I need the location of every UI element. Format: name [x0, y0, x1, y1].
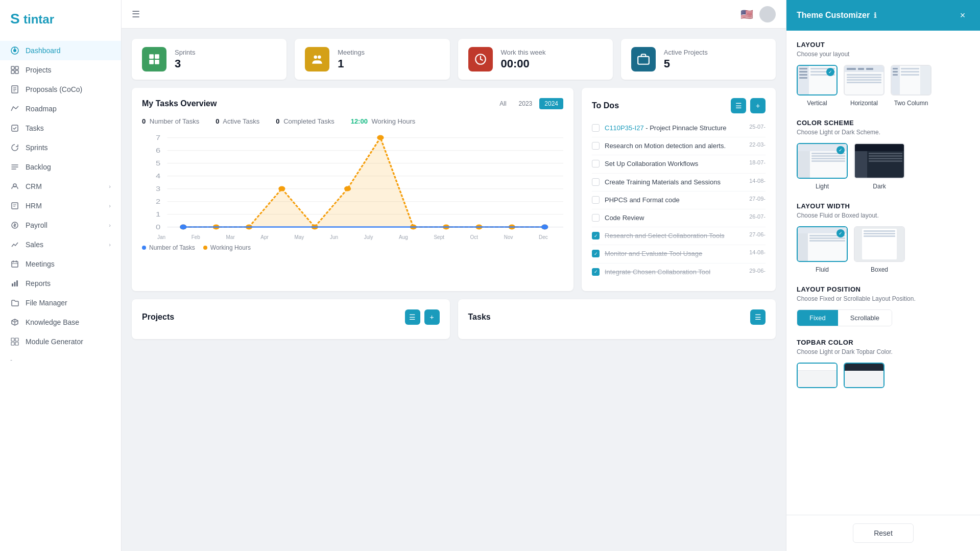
layout-section-title: LAYOUT: [797, 41, 970, 49]
svg-rect-26: [155, 54, 159, 59]
layout-vertical-option[interactable]: ✓ Vertical: [797, 65, 838, 107]
sidebar-item-label: Knowledge Base: [26, 318, 79, 326]
tasks-card-title: Tasks: [468, 313, 491, 322]
tasks-list-btn[interactable]: ☰: [750, 309, 766, 325]
projects-card-title: Projects: [142, 313, 174, 322]
svg-marker-49: [183, 138, 545, 227]
tasks-icon: [10, 124, 19, 133]
language-flag[interactable]: 🇺🇸: [740, 8, 753, 20]
todo-checkbox-5[interactable]: [592, 214, 600, 222]
theme-section-color-scheme: COLOR SCHEME Choose Light or Dark Scheme…: [797, 119, 970, 190]
todo-checkbox-7[interactable]: ✓: [592, 250, 600, 257]
legend-tasks: Number of Tasks: [142, 244, 195, 251]
todo-checkbox-1[interactable]: [592, 142, 600, 150]
todo-checkbox-2[interactable]: [592, 160, 600, 167]
svg-text:0: 0: [156, 224, 160, 231]
svg-text:S: S: [10, 11, 20, 27]
sidebar-item-sprints[interactable]: Sprints: [0, 138, 121, 157]
svg-rect-23: [11, 342, 14, 345]
sidebar-item-label: Reports: [26, 279, 51, 288]
topbar-color-dark-preview[interactable]: [844, 363, 885, 388]
tasks-overview-tabs: All 2023 2024: [494, 98, 563, 109]
chart-area: 7 6 5 4 3 2 1 0: [142, 131, 563, 233]
legend-tasks-dot: [142, 246, 146, 250]
sidebar-item-hrm[interactable]: HRM ›: [0, 196, 121, 215]
sidebar-item-projects[interactable]: Projects: [0, 60, 121, 80]
topbar: ☰ 🇺🇸: [122, 0, 786, 29]
sprints-stat-label: Sprints: [175, 49, 195, 56]
sidebar-item-crm[interactable]: CRM ›: [0, 177, 121, 196]
position-scrollable-btn[interactable]: Scrollable: [838, 310, 892, 326]
layout-position-desc: Choose Fixed or Scrollable Layout Positi…: [797, 295, 970, 302]
sidebar-item-label: Projects: [26, 66, 52, 74]
todo-checkbox-3[interactable]: [592, 178, 600, 186]
sidebar-item-label: Sales: [26, 241, 43, 249]
todo-item-3: Create Training Materials and Sessions 1…: [592, 174, 766, 191]
layout-two-column-option[interactable]: Two Column: [891, 65, 931, 107]
scheme-light-option[interactable]: ✓ Light: [797, 143, 848, 190]
todo-item-1: Research on Motion detection and alerts.…: [592, 137, 766, 155]
projects-list-btn[interactable]: ☰: [405, 309, 420, 325]
width-fluid-option[interactable]: ✓ Fluid: [797, 226, 848, 273]
user-avatar[interactable]: [759, 6, 776, 22]
sidebar-item-reports[interactable]: Reports: [0, 274, 121, 293]
sidebar-item-file-manager[interactable]: File Manager: [0, 293, 121, 313]
meetings-icon: [10, 259, 19, 269]
tab-2024[interactable]: 2024: [539, 98, 563, 109]
position-fixed-btn[interactable]: Fixed: [797, 310, 838, 326]
tab-all[interactable]: All: [494, 98, 511, 109]
dashboard-icon: [10, 46, 19, 55]
sidebar-item-label: File Manager: [26, 299, 67, 307]
sidebar-item-dashboard[interactable]: Dashboard: [0, 41, 121, 60]
theme-close-button[interactable]: ×: [955, 8, 970, 22]
projects-add-btn[interactable]: +: [424, 309, 440, 325]
svg-rect-25: [149, 54, 154, 59]
stat-active-tasks: 0 Active Tasks: [216, 117, 259, 125]
layout-horizontal-preview: [844, 65, 885, 95]
todo-item-2: Set Up Collaboration Workflows 18-07-: [592, 155, 766, 173]
sidebar-item-label: Payroll: [26, 221, 47, 229]
layout-horizontal-option[interactable]: Horizontal: [844, 65, 885, 107]
todo-checkbox-6[interactable]: ✓: [592, 232, 600, 239]
layout-width-title: LAYOUT WIDTH: [797, 202, 970, 210]
sidebar-item-tasks[interactable]: Tasks: [0, 118, 121, 138]
reset-button[interactable]: Reset: [853, 523, 914, 543]
legend-hours: Working Hours: [203, 244, 251, 251]
todos-add-btn[interactable]: +: [750, 98, 766, 113]
chart-legend: Number of Tasks Working Hours: [142, 244, 563, 251]
svg-rect-17: [12, 261, 18, 267]
sidebar: S tintar Dashboard Projects Proposals (C…: [0, 0, 122, 551]
svg-text:1: 1: [156, 211, 160, 218]
sidebar-item-payroll[interactable]: Payroll ›: [0, 215, 121, 235]
svg-text:4: 4: [156, 173, 160, 180]
width-boxed-option[interactable]: Boxed: [854, 226, 905, 273]
reports-icon: [10, 279, 19, 288]
width-fluid-check: ✓: [836, 229, 845, 237]
sidebar-item-proposals[interactable]: Proposals (CoCo): [0, 80, 121, 99]
sidebar-item-label: HRM: [26, 202, 42, 210]
color-scheme-options: ✓ Light: [797, 143, 970, 190]
todo-checkbox-4[interactable]: [592, 196, 600, 204]
tab-2023[interactable]: 2023: [514, 98, 538, 109]
sidebar-item-backlog[interactable]: Backlog: [0, 157, 121, 177]
scheme-dark-label: Dark: [873, 183, 886, 190]
sidebar-item-knowledge-base[interactable]: Knowledge Base: [0, 313, 121, 332]
todo-link-0[interactable]: C110P35-I27: [605, 124, 644, 132]
scheme-dark-option[interactable]: Dark: [854, 143, 905, 190]
sidebar-item-meetings[interactable]: Meetings: [0, 254, 121, 274]
topbar-color-light-preview[interactable]: [797, 363, 838, 388]
sidebar-item-sales[interactable]: Sales ›: [0, 235, 121, 254]
todo-checkbox-0[interactable]: [592, 124, 600, 132]
sidebar-item-module-generator[interactable]: Module Generator: [0, 332, 121, 351]
todos-list-btn[interactable]: ☰: [731, 98, 746, 113]
menu-icon[interactable]: ☰: [132, 9, 140, 20]
tasks-card-actions: ☰: [750, 309, 766, 325]
width-boxed-preview: [854, 226, 905, 262]
svg-text:3: 3: [156, 185, 160, 193]
sprints-stat-icon: [142, 47, 166, 71]
todo-item-0: C110P35-I27 - Project Pinnacle Structure…: [592, 119, 766, 137]
todo-checkbox-8[interactable]: ✓: [592, 268, 600, 276]
sidebar-item-roadmap[interactable]: Roadmap: [0, 99, 121, 118]
svg-point-30: [318, 55, 321, 59]
theme-info-icon: ℹ: [874, 11, 876, 19]
